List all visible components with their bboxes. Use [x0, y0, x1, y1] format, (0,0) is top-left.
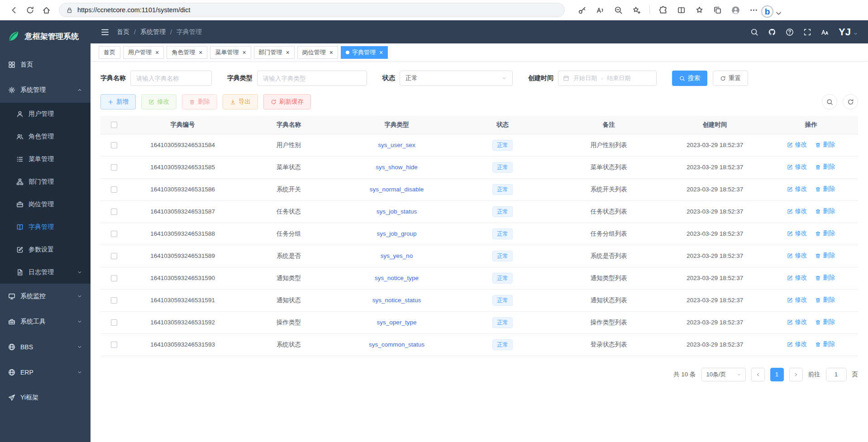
- tab-post[interactable]: 岗位管理×: [297, 46, 338, 59]
- delete-row-button[interactable]: 删除: [815, 274, 835, 282]
- edit-button[interactable]: 修改: [141, 94, 176, 109]
- dict-type-input[interactable]: [257, 71, 367, 86]
- dict-type-link[interactable]: sys_show_hide: [376, 164, 417, 171]
- search-button[interactable]: 搜索: [672, 71, 707, 86]
- reset-button[interactable]: 重置: [713, 71, 748, 86]
- edit-row-button[interactable]: 修改: [787, 296, 807, 304]
- row-checkbox[interactable]: [111, 297, 117, 304]
- sidebar-item-dict[interactable]: 字典管理: [0, 216, 91, 238]
- row-checkbox[interactable]: [111, 342, 117, 348]
- tab-menu[interactable]: 菜单管理×: [210, 46, 251, 59]
- close-icon[interactable]: ×: [155, 49, 159, 56]
- split-screen-button[interactable]: [673, 2, 689, 18]
- add-button[interactable]: 新增: [100, 94, 136, 109]
- breadcrumb-home[interactable]: 首页: [117, 28, 129, 36]
- close-icon[interactable]: ×: [242, 49, 246, 56]
- edit-row-button[interactable]: 修改: [787, 141, 807, 149]
- back-button[interactable]: [5, 2, 22, 18]
- sidebar-item-user[interactable]: 用户管理: [0, 103, 91, 125]
- favorites-button[interactable]: [691, 2, 707, 18]
- address-bar[interactable]: https://ccnetcore.com:1101/system/dict: [59, 3, 565, 17]
- edit-row-button[interactable]: 修改: [787, 229, 807, 238]
- tab-home[interactable]: 首页: [99, 46, 120, 59]
- search-icon[interactable]: [750, 28, 758, 36]
- edit-row-button[interactable]: 修改: [787, 163, 807, 171]
- delete-row-button[interactable]: 删除: [815, 296, 835, 304]
- date-range-input[interactable]: 开始日期 - 结束日期: [558, 71, 657, 86]
- delete-row-button[interactable]: 删除: [815, 252, 835, 260]
- delete-row-button[interactable]: 删除: [815, 163, 835, 171]
- tab-dict[interactable]: 字典管理×: [341, 46, 388, 59]
- sidebar-item-tools[interactable]: 系统工具: [0, 309, 91, 334]
- breadcrumb-system[interactable]: 系统管理: [140, 28, 166, 36]
- prev-page-button[interactable]: [751, 368, 765, 381]
- edit-row-button[interactable]: 修改: [787, 274, 807, 282]
- tab-role[interactable]: 角色管理×: [167, 46, 207, 59]
- edit-row-button[interactable]: 修改: [787, 252, 807, 260]
- dict-type-link[interactable]: sys_oper_type: [377, 319, 417, 326]
- refresh-button[interactable]: [22, 2, 38, 18]
- dict-type-link[interactable]: sys_job_group: [377, 230, 417, 237]
- close-icon[interactable]: ×: [199, 49, 202, 56]
- dict-type-link[interactable]: sys_notice_type: [375, 275, 419, 281]
- row-checkbox[interactable]: [111, 319, 117, 326]
- sidebar-item-post[interactable]: 岗位管理: [0, 193, 91, 216]
- goto-page-input[interactable]: [826, 368, 847, 381]
- close-icon[interactable]: ×: [329, 49, 333, 56]
- delete-row-button[interactable]: 删除: [815, 229, 835, 238]
- sidebar-item-dept[interactable]: 部门管理: [0, 171, 91, 193]
- tab-user[interactable]: 用户管理×: [123, 46, 164, 59]
- close-icon[interactable]: ×: [286, 49, 290, 56]
- dict-type-link[interactable]: sys_common_status: [369, 341, 424, 348]
- select-all-checkbox[interactable]: [111, 122, 117, 128]
- extensions-button[interactable]: [655, 2, 671, 18]
- delete-row-button[interactable]: 删除: [815, 340, 835, 348]
- next-page-button[interactable]: [789, 368, 803, 381]
- row-checkbox[interactable]: [111, 164, 117, 171]
- toggle-search-button[interactable]: [822, 94, 837, 109]
- edit-row-button[interactable]: 修改: [787, 207, 807, 215]
- delete-row-button[interactable]: 删除: [815, 141, 835, 149]
- dict-type-link[interactable]: sys_job_status: [377, 208, 417, 215]
- edit-row-button[interactable]: 修改: [787, 318, 807, 326]
- copilot-button[interactable]: b: [763, 2, 780, 18]
- sidebar-item-bbs[interactable]: BBS: [0, 334, 91, 360]
- zoom-button[interactable]: [610, 2, 626, 18]
- delete-button[interactable]: 删除: [182, 94, 217, 109]
- edit-row-button[interactable]: 修改: [787, 185, 807, 193]
- sidebar-item-home[interactable]: 首页: [0, 52, 91, 77]
- sidebar-item-param[interactable]: 参数设置: [0, 238, 91, 261]
- help-icon[interactable]: [786, 28, 794, 36]
- page-1-button[interactable]: 1: [770, 368, 784, 381]
- row-checkbox[interactable]: [111, 186, 117, 193]
- refresh-table-button[interactable]: [843, 94, 858, 109]
- row-checkbox[interactable]: [111, 275, 117, 281]
- tab-dept[interactable]: 部门管理×: [254, 46, 295, 59]
- browser-menu-button[interactable]: [745, 2, 762, 18]
- page-size-select[interactable]: 10条/页: [701, 368, 746, 381]
- edit-row-button[interactable]: 修改: [787, 340, 807, 348]
- collections-button[interactable]: [709, 2, 725, 18]
- row-checkbox[interactable]: [111, 142, 117, 148]
- font-size-icon[interactable]: [821, 28, 829, 36]
- sidebar-item-menu[interactable]: 菜单管理: [0, 148, 91, 171]
- row-checkbox[interactable]: [111, 253, 117, 259]
- profile-button[interactable]: [727, 2, 744, 18]
- sidebar-item-erp[interactable]: ERP: [0, 360, 91, 385]
- export-button[interactable]: 导出: [223, 94, 258, 109]
- delete-row-button[interactable]: 删除: [815, 207, 835, 215]
- fullscreen-icon[interactable]: [803, 28, 811, 36]
- dict-name-input[interactable]: [130, 71, 212, 86]
- refresh-cache-button[interactable]: 刷新缓存: [263, 94, 311, 109]
- github-icon[interactable]: [768, 28, 776, 36]
- sidebar-item-yi[interactable]: Yi框架: [0, 385, 91, 410]
- password-key-button[interactable]: [574, 2, 590, 18]
- dict-type-link[interactable]: sys_normal_disable: [370, 186, 424, 193]
- sidebar-item-log[interactable]: 日志管理: [0, 261, 91, 284]
- dict-type-link[interactable]: sys_notice_status: [372, 297, 421, 304]
- delete-row-button[interactable]: 删除: [815, 318, 835, 326]
- dict-type-link[interactable]: sys_yes_no: [381, 252, 413, 259]
- close-icon[interactable]: ×: [379, 49, 383, 56]
- delete-row-button[interactable]: 删除: [815, 185, 835, 193]
- hamburger-icon[interactable]: [100, 28, 110, 37]
